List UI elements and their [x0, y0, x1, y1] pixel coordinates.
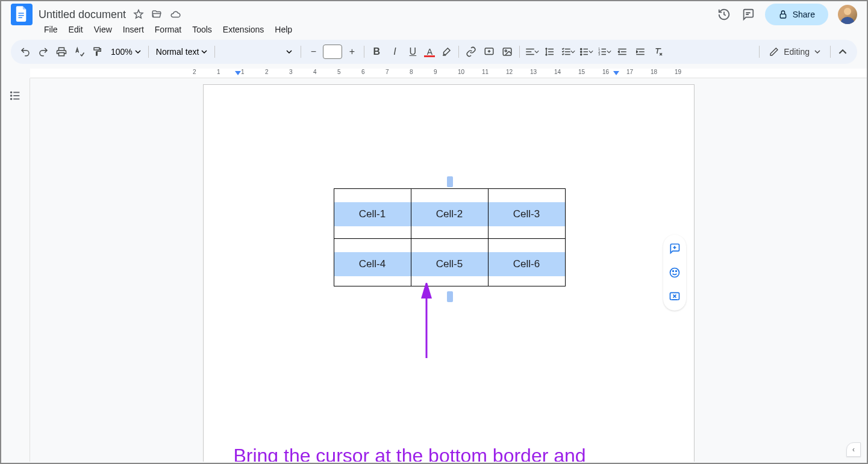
left-indent-marker[interactable]	[235, 71, 241, 75]
font-size-input[interactable]	[323, 45, 342, 59]
ruler-number: 1	[217, 69, 220, 75]
add-comment-icon[interactable]	[667, 241, 682, 256]
ruler-number: 17	[626, 69, 633, 75]
redo-button[interactable]	[35, 43, 52, 60]
svg-rect-4	[59, 48, 64, 51]
ruler-number: 7	[386, 69, 389, 75]
horizontal-ruler[interactable]: 2112345678910111213141516171819	[30, 69, 867, 78]
ruler-number: 15	[578, 69, 585, 75]
line-spacing-button[interactable]	[542, 43, 558, 60]
table-row[interactable]: Cell-4 Cell-5 Cell-6	[334, 239, 565, 286]
explore-button[interactable]: ‹	[846, 442, 861, 457]
table-cell[interactable]: Cell-4	[334, 239, 411, 286]
svg-point-18	[11, 99, 12, 100]
ruler-number: 2	[265, 69, 269, 75]
bold-button[interactable]: B	[368, 43, 385, 60]
svg-rect-3	[780, 14, 785, 18]
svg-point-19	[670, 268, 679, 277]
insert-link-button[interactable]	[463, 43, 479, 60]
title-bar: Untitled document Share	[1, 1, 867, 23]
ruler-number: 19	[675, 69, 681, 75]
clear-formatting-button[interactable]	[650, 43, 667, 60]
ruler-number: 4	[313, 69, 317, 75]
align-button[interactable]	[523, 43, 540, 60]
ruler-number: 1	[241, 69, 245, 75]
ruler-number: 3	[289, 69, 293, 75]
menu-extensions[interactable]: Extensions	[219, 22, 268, 37]
outline-button[interactable]	[8, 89, 22, 102]
print-button[interactable]	[53, 43, 70, 60]
star-icon[interactable]	[133, 9, 144, 20]
svg-point-11	[581, 51, 582, 52]
ruler-number: 6	[361, 69, 365, 75]
table-cell[interactable]: Cell-3	[488, 189, 565, 239]
document-title[interactable]: Untitled document	[39, 8, 126, 21]
menu-insert[interactable]: Insert	[119, 22, 148, 37]
decrease-font-button[interactable]: −	[305, 43, 322, 60]
table-cell[interactable]: Cell-2	[411, 189, 488, 239]
menu-help[interactable]: Help	[270, 22, 296, 37]
document-table[interactable]: Cell-1 Cell-2 Cell-3 Cell-4 Cell-5 Cell-…	[334, 188, 566, 286]
mode-dropdown[interactable]: Editing	[763, 45, 826, 59]
cloud-status-icon[interactable]	[169, 9, 181, 20]
style-dropdown[interactable]: Normal text	[152, 47, 211, 57]
page[interactable]: Cell-1 Cell-2 Cell-3 Cell-4 Cell-5 Cell-…	[203, 84, 695, 462]
svg-point-20	[673, 271, 674, 272]
increase-indent-button[interactable]	[632, 43, 649, 60]
numbered-list-button[interactable]: 123	[596, 43, 613, 60]
text-color-button[interactable]: A	[422, 43, 437, 60]
ruler-number: 5	[337, 69, 341, 75]
highlight-button[interactable]	[438, 43, 455, 60]
ruler-number: 18	[651, 69, 657, 75]
toolbar: 100% Normal text − + B I U A 123 Editing	[11, 40, 857, 64]
table-cell[interactable]: Cell-6	[488, 239, 565, 286]
docs-logo[interactable]	[11, 4, 33, 25]
emoji-reaction-icon[interactable]	[667, 265, 682, 280]
italic-button[interactable]: I	[386, 43, 403, 60]
right-indent-marker[interactable]	[613, 71, 619, 75]
svg-point-9	[505, 50, 507, 52]
ruler-number: 13	[530, 69, 537, 75]
decrease-indent-button[interactable]	[614, 43, 631, 60]
add-comment-button[interactable]	[481, 43, 498, 60]
svg-point-21	[676, 271, 677, 272]
ruler-number: 9	[434, 69, 437, 75]
increase-font-button[interactable]: +	[343, 43, 360, 60]
move-icon[interactable]	[151, 9, 162, 20]
share-button-label: Share	[793, 10, 815, 19]
menu-file[interactable]: File	[40, 22, 62, 37]
menu-edit[interactable]: Edit	[64, 22, 87, 37]
svg-rect-6	[94, 48, 99, 50]
font-dropdown[interactable]	[219, 49, 297, 55]
menu-format[interactable]: Format	[151, 22, 186, 37]
insert-image-button[interactable]	[499, 43, 516, 60]
ruler-number: 11	[482, 69, 489, 75]
paint-format-button[interactable]	[89, 43, 106, 60]
svg-rect-2	[19, 17, 22, 18]
bulleted-list-button[interactable]	[578, 43, 595, 60]
share-button[interactable]: Share	[765, 4, 828, 25]
collapse-toolbar-button[interactable]	[834, 43, 851, 60]
suggest-edits-icon[interactable]	[667, 289, 682, 305]
menu-view[interactable]: View	[90, 22, 116, 37]
history-icon[interactable]	[717, 7, 731, 22]
underline-button[interactable]: U	[404, 43, 421, 60]
table-cell[interactable]: Cell-1	[334, 189, 411, 239]
menu-tools[interactable]: Tools	[188, 22, 216, 37]
table-handle-bottom[interactable]	[447, 291, 453, 302]
comments-icon[interactable]	[741, 7, 755, 22]
ruler-number: 12	[506, 69, 513, 75]
undo-button[interactable]	[17, 43, 34, 60]
checklist-button[interactable]	[560, 43, 576, 60]
table-handle-top[interactable]	[447, 176, 453, 187]
document-canvas[interactable]: Cell-1 Cell-2 Cell-3 Cell-4 Cell-5 Cell-…	[30, 78, 867, 462]
zoom-dropdown[interactable]: 100%	[107, 47, 145, 57]
svg-rect-0	[19, 13, 24, 13]
comment-side-panel	[663, 235, 686, 311]
table-row[interactable]: Cell-1 Cell-2 Cell-3	[334, 189, 565, 239]
svg-rect-1	[19, 15, 24, 16]
svg-text:3: 3	[599, 52, 601, 56]
account-avatar[interactable]	[838, 5, 857, 24]
table-cell[interactable]: Cell-5	[411, 239, 488, 286]
spellcheck-button[interactable]	[71, 43, 88, 60]
